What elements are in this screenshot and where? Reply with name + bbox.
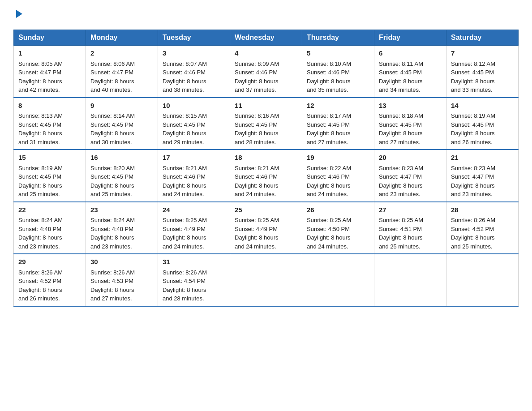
logo <box>13 9 24 21</box>
daylight-line1: Daylight: 8 hours <box>307 130 351 137</box>
sunset-text: Sunset: 4:45 PM <box>379 121 422 128</box>
table-row: 25 Sunrise: 8:25 AM Sunset: 4:49 PM Dayl… <box>230 202 302 254</box>
day-number: 27 <box>379 205 442 215</box>
sunset-text: Sunset: 4:47 PM <box>451 173 494 180</box>
daylight-line2: and 35 minutes. <box>307 86 348 93</box>
table-row: 15 Sunrise: 8:19 AM Sunset: 4:45 PM Dayl… <box>14 150 86 202</box>
daylight-line1: Daylight: 8 hours <box>307 234 351 241</box>
daylight-line1: Daylight: 8 hours <box>163 287 206 293</box>
day-number: 16 <box>90 153 153 163</box>
daylight-line1: Daylight: 8 hours <box>379 234 423 241</box>
sunrise-text: Sunrise: 8:26 AM <box>90 269 135 276</box>
daylight-line2: and 40 minutes. <box>90 86 132 93</box>
daylight-line2: and 33 minutes. <box>451 86 493 93</box>
sunset-text: Sunset: 4:46 PM <box>163 173 206 180</box>
day-number: 13 <box>379 101 442 111</box>
col-wednesday: Wednesday <box>230 30 302 46</box>
sunrise-text: Sunrise: 8:24 AM <box>90 217 135 223</box>
calendar-week-row: 15 Sunrise: 8:19 AM Sunset: 4:45 PM Dayl… <box>14 150 519 202</box>
sunrise-text: Sunrise: 8:21 AM <box>163 165 207 171</box>
day-number: 15 <box>18 153 81 163</box>
daylight-line1: Daylight: 8 hours <box>235 234 279 241</box>
sunset-text: Sunset: 4:52 PM <box>451 226 494 232</box>
daylight-line2: and 24 minutes. <box>235 243 276 250</box>
daylight-line1: Daylight: 8 hours <box>307 182 351 189</box>
daylight-line2: and 27 minutes. <box>379 139 420 146</box>
day-number: 4 <box>235 48 297 59</box>
sunrise-text: Sunrise: 8:25 AM <box>163 217 207 223</box>
day-number: 2 <box>90 48 153 59</box>
sunset-text: Sunset: 4:45 PM <box>18 121 61 128</box>
sunset-text: Sunset: 4:45 PM <box>235 121 278 128</box>
sunset-text: Sunset: 4:54 PM <box>163 278 206 284</box>
daylight-line1: Daylight: 8 hours <box>235 182 279 189</box>
daylight-line1: Daylight: 8 hours <box>90 287 134 293</box>
sunset-text: Sunset: 4:50 PM <box>307 226 350 232</box>
table-row: 31 Sunrise: 8:26 AM Sunset: 4:54 PM Dayl… <box>158 254 230 306</box>
daylight-line2: and 28 minutes. <box>235 139 276 146</box>
sunrise-text: Sunrise: 8:26 AM <box>163 269 207 276</box>
table-row: 18 Sunrise: 8:21 AM Sunset: 4:46 PM Dayl… <box>230 150 302 202</box>
table-row <box>374 254 446 306</box>
daylight-line2: and 34 minutes. <box>379 86 420 93</box>
sunset-text: Sunset: 4:46 PM <box>307 69 350 76</box>
daylight-line1: Daylight: 8 hours <box>163 78 206 85</box>
table-row: 29 Sunrise: 8:26 AM Sunset: 4:52 PM Dayl… <box>14 254 86 306</box>
day-number: 19 <box>307 153 369 163</box>
table-row: 10 Sunrise: 8:15 AM Sunset: 4:45 PM Dayl… <box>158 98 230 150</box>
daylight-line1: Daylight: 8 hours <box>379 130 423 137</box>
col-thursday: Thursday <box>302 30 374 46</box>
table-row: 30 Sunrise: 8:26 AM Sunset: 4:53 PM Dayl… <box>86 254 158 306</box>
table-row: 11 Sunrise: 8:16 AM Sunset: 4:45 PM Dayl… <box>230 98 302 150</box>
sunset-text: Sunset: 4:45 PM <box>90 121 133 128</box>
table-row: 9 Sunrise: 8:14 AM Sunset: 4:45 PM Dayli… <box>86 98 158 150</box>
table-row: 23 Sunrise: 8:24 AM Sunset: 4:48 PM Dayl… <box>86 202 158 254</box>
sunrise-text: Sunrise: 8:23 AM <box>379 165 423 171</box>
daylight-line2: and 25 minutes. <box>451 243 493 250</box>
table-row <box>302 254 374 306</box>
daylight-line1: Daylight: 8 hours <box>451 234 495 241</box>
daylight-line2: and 24 minutes. <box>163 243 204 250</box>
table-row: 28 Sunrise: 8:26 AM Sunset: 4:52 PM Dayl… <box>446 202 519 254</box>
sunset-text: Sunset: 4:45 PM <box>90 173 133 180</box>
daylight-line1: Daylight: 8 hours <box>18 78 62 85</box>
daylight-line1: Daylight: 8 hours <box>163 182 206 189</box>
day-number: 28 <box>451 205 514 215</box>
daylight-line1: Daylight: 8 hours <box>163 130 206 137</box>
sunrise-text: Sunrise: 8:23 AM <box>451 165 495 171</box>
sunrise-text: Sunrise: 8:07 AM <box>163 60 207 67</box>
day-number: 30 <box>90 257 153 267</box>
daylight-line1: Daylight: 8 hours <box>18 130 62 137</box>
day-number: 8 <box>18 101 81 111</box>
sunrise-text: Sunrise: 8:05 AM <box>18 60 63 67</box>
daylight-line2: and 24 minutes. <box>163 191 204 197</box>
sunrise-text: Sunrise: 8:17 AM <box>307 112 351 119</box>
day-number: 3 <box>163 48 225 59</box>
sunrise-text: Sunrise: 8:19 AM <box>18 165 63 171</box>
table-row: 7 Sunrise: 8:12 AM Sunset: 4:45 PM Dayli… <box>446 46 519 98</box>
daylight-line2: and 26 minutes. <box>18 295 60 302</box>
sunset-text: Sunset: 4:49 PM <box>163 226 206 232</box>
table-row: 16 Sunrise: 8:20 AM Sunset: 4:45 PM Dayl… <box>86 150 158 202</box>
table-row: 24 Sunrise: 8:25 AM Sunset: 4:49 PM Dayl… <box>158 202 230 254</box>
daylight-line1: Daylight: 8 hours <box>18 234 62 241</box>
table-row: 5 Sunrise: 8:10 AM Sunset: 4:46 PM Dayli… <box>302 46 374 98</box>
table-row: 20 Sunrise: 8:23 AM Sunset: 4:47 PM Dayl… <box>374 150 446 202</box>
table-row: 3 Sunrise: 8:07 AM Sunset: 4:46 PM Dayli… <box>158 46 230 98</box>
day-number: 9 <box>90 101 153 111</box>
sunrise-text: Sunrise: 8:26 AM <box>451 217 495 223</box>
calendar-header-row: Sunday Monday Tuesday Wednesday Thursday… <box>14 30 519 46</box>
sunrise-text: Sunrise: 8:21 AM <box>235 165 279 171</box>
daylight-line2: and 27 minutes. <box>90 295 132 302</box>
sunset-text: Sunset: 4:45 PM <box>451 121 494 128</box>
col-sunday: Sunday <box>14 30 86 46</box>
daylight-line1: Daylight: 8 hours <box>451 78 495 85</box>
daylight-line1: Daylight: 8 hours <box>90 130 134 137</box>
sunset-text: Sunset: 4:46 PM <box>235 173 278 180</box>
calendar-table: Sunday Monday Tuesday Wednesday Thursday… <box>13 30 519 307</box>
sunrise-text: Sunrise: 8:16 AM <box>235 112 279 119</box>
day-number: 11 <box>235 101 297 111</box>
sunrise-text: Sunrise: 8:20 AM <box>90 165 135 171</box>
sunset-text: Sunset: 4:45 PM <box>163 121 206 128</box>
table-row <box>230 254 302 306</box>
